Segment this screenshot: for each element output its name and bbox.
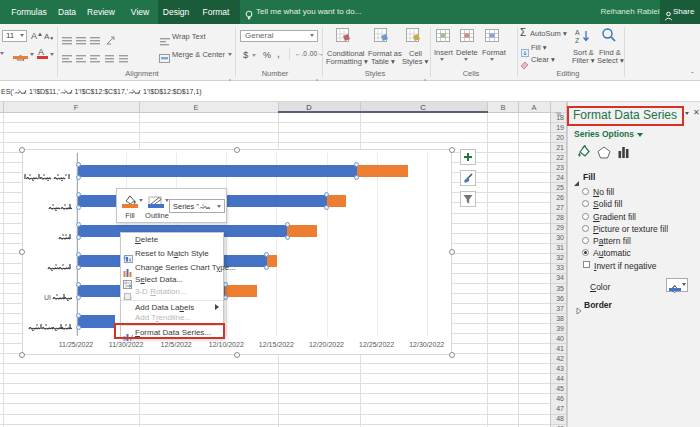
svg-text:UI: UI (44, 294, 51, 301)
svg-text:Z: Z (575, 37, 580, 44)
svg-text:A: A (575, 29, 580, 36)
